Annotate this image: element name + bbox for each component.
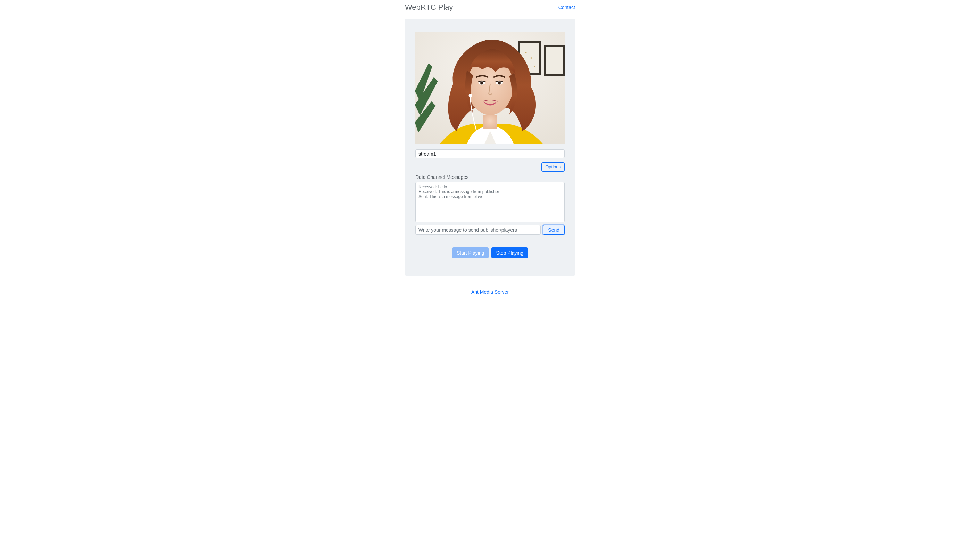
- svg-point-11: [480, 82, 484, 85]
- svg-rect-2: [545, 46, 564, 75]
- svg-rect-7: [484, 115, 497, 129]
- start-playing-button[interactable]: Start Playing: [452, 247, 488, 258]
- messages-textarea[interactable]: [415, 182, 565, 222]
- stop-playing-button[interactable]: Stop Playing: [492, 247, 528, 258]
- stream-id-input[interactable]: [415, 150, 565, 158]
- options-button[interactable]: Options: [541, 162, 565, 172]
- footer: Ant Media Server: [405, 289, 575, 295]
- message-input[interactable]: [415, 225, 541, 235]
- video-stream-image: [415, 32, 565, 145]
- send-button[interactable]: Send: [543, 225, 565, 235]
- data-channel-label: Data Channel Messages: [415, 174, 565, 180]
- svg-point-3: [525, 52, 527, 54]
- page-header: WebRTC Play Contact: [405, 0, 575, 13]
- page-title: WebRTC Play: [405, 3, 453, 12]
- svg-point-13: [469, 94, 472, 97]
- footer-link[interactable]: Ant Media Server: [471, 289, 509, 295]
- svg-point-12: [498, 82, 501, 85]
- svg-point-6: [534, 66, 536, 67]
- video-container: [415, 32, 565, 145]
- contact-link[interactable]: Contact: [558, 5, 575, 10]
- player-panel: Options Data Channel Messages Send Start…: [405, 19, 575, 276]
- svg-point-4: [531, 57, 532, 59]
